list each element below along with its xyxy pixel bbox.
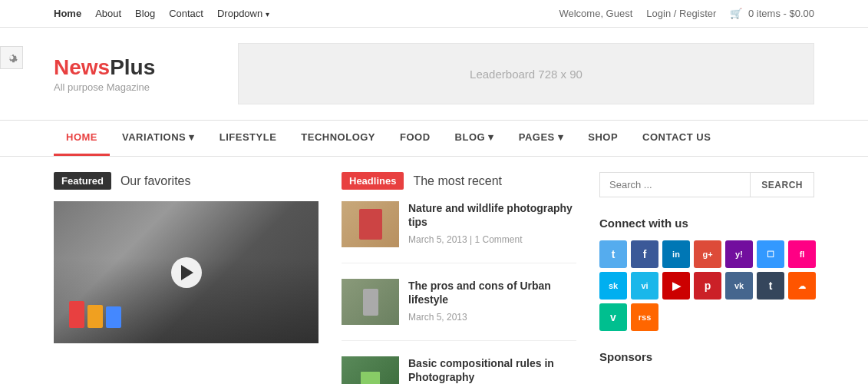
headline-thumb-3	[342, 356, 399, 384]
header: NewsPlus All purpose Magazine Leaderboar…	[0, 28, 868, 120]
twitter-icon[interactable]: t	[599, 240, 627, 268]
topnav-blog[interactable]: Blog	[135, 8, 155, 19]
thumb-door	[361, 372, 380, 384]
thumb-figure	[359, 209, 382, 240]
headline-item-2: The pros and cons of Urban lifestyle Mar…	[342, 279, 576, 341]
tumblr-icon[interactable]: t	[757, 272, 784, 300]
skype-icon[interactable]: sk	[599, 272, 627, 300]
headline-thumb-1	[342, 201, 399, 247]
featured-section: Featured Our favorites	[54, 172, 318, 384]
welcome-text: Welcome, Guest	[559, 8, 632, 19]
mainnav-variations[interactable]: VARIATIONS ▾	[110, 121, 207, 156]
cart-info: 🛒 0 items - $0.00	[730, 8, 814, 19]
sponsors-title: Sponsors	[599, 350, 814, 363]
headline-content-3: Basic compositional rules in Photography…	[408, 356, 576, 384]
headlines-badge: Headlines	[342, 172, 404, 190]
social-icons-grid: t f in g+ y! ☐ fl sk vi ▶ p vk t ☁ v rss	[599, 240, 814, 331]
headlines-section: Headlines The most recent Nature and wil…	[342, 172, 576, 384]
flickr-icon[interactable]: fl	[788, 240, 816, 268]
main-nav: HOME VARIATIONS ▾ LIFESTYLE TECHNOLOGY F…	[0, 120, 868, 157]
top-right-bar: Welcome, Guest Login / Register 🛒 0 item…	[559, 8, 814, 19]
googleplus-icon[interactable]: g+	[694, 240, 721, 268]
bag-blue	[106, 306, 121, 328]
headline-link-1[interactable]: Nature and wildlife photography tips	[408, 202, 573, 228]
headlines-title: The most recent	[413, 174, 502, 188]
topnav-about[interactable]: About	[95, 8, 121, 19]
bag-orange	[87, 305, 103, 328]
headline-content-1: Nature and wildlife photography tips Mar…	[408, 201, 576, 247]
vine-icon[interactable]: v	[599, 303, 627, 331]
delicious-icon[interactable]: ☐	[757, 240, 784, 268]
featured-badge: Featured	[54, 172, 111, 190]
top-nav: Home About Blog Contact Dropdown ▾	[54, 8, 269, 19]
mainnav-pages[interactable]: PAGES ▾	[507, 121, 576, 156]
top-bar: Home About Blog Contact Dropdown ▾ Welco…	[0, 0, 868, 28]
facebook-icon[interactable]: f	[631, 240, 658, 268]
variations-dropdown-icon: ▾	[189, 131, 195, 143]
headline-meta-2: March 5, 2013	[408, 312, 467, 323]
settings-button[interactable]	[0, 46, 23, 69]
yahoo-icon[interactable]: y!	[725, 240, 753, 268]
mainnav-home[interactable]: HOME	[54, 121, 110, 156]
mainnav-lifestyle[interactable]: LIFESTYLE	[207, 121, 289, 156]
logo-tagline: All purpose Magazine	[54, 81, 207, 93]
featured-header: Featured Our favorites	[54, 172, 318, 190]
rss-icon[interactable]: rss	[631, 303, 658, 331]
bag-red	[69, 301, 84, 328]
login-register-link[interactable]: Login / Register	[646, 8, 716, 19]
headline-title-1: Nature and wildlife photography tips	[408, 201, 576, 229]
logo-plus: Plus	[110, 55, 155, 79]
headline-title-3: Basic compositional rules in Photography	[408, 356, 576, 384]
pages-dropdown-icon: ▾	[558, 131, 564, 143]
topnav-dropdown[interactable]: Dropdown ▾	[217, 8, 269, 19]
headline-meta-1: March 5, 2013 | 1 Comment	[408, 234, 523, 245]
logo-text: NewsPlus	[54, 55, 207, 80]
headlines-header: Headlines The most recent	[342, 172, 576, 190]
featured-title: Our favorites	[120, 174, 191, 188]
headline-item-3: Basic compositional rules in Photography…	[342, 356, 576, 384]
logo: NewsPlus All purpose Magazine	[54, 55, 207, 93]
headline-link-2[interactable]: The pros and cons of Urban lifestyle	[408, 280, 551, 306]
thumb-figure-2	[363, 289, 378, 316]
cart-icon: 🛒	[730, 8, 742, 19]
play-button[interactable]	[171, 257, 202, 288]
mainnav-food[interactable]: FOOD	[388, 121, 443, 156]
search-button[interactable]: SEARCH	[751, 172, 814, 197]
search-box: SEARCH	[599, 172, 814, 197]
content-area: Featured Our favorites Headlines	[0, 157, 868, 384]
headline-content-2: The pros and cons of Urban lifestyle Mar…	[408, 279, 576, 325]
youtube-icon[interactable]: ▶	[662, 272, 690, 300]
mainnav-technology[interactable]: TECHNOLOGY	[289, 121, 388, 156]
headline-thumb-2	[342, 279, 399, 325]
soundcloud-icon[interactable]: ☁	[788, 272, 816, 300]
mainnav-shop[interactable]: SHOP	[576, 121, 630, 156]
headline-link-3[interactable]: Basic compositional rules in Photography	[408, 357, 554, 383]
topnav-contact[interactable]: Contact	[169, 8, 203, 19]
linkedin-icon[interactable]: in	[662, 240, 690, 268]
connect-title: Connect with us	[599, 217, 814, 230]
leaderboard-banner: Leaderboard 728 x 90	[238, 43, 814, 104]
vk-icon[interactable]: vk	[725, 272, 753, 300]
pinterest-icon[interactable]: p	[694, 272, 721, 300]
topnav-home[interactable]: Home	[54, 8, 81, 19]
gear-icon	[5, 51, 18, 64]
mainnav-contact[interactable]: CONTACT US	[630, 121, 723, 156]
headline-title-2: The pros and cons of Urban lifestyle	[408, 279, 576, 306]
dropdown-arrow-icon: ▾	[266, 10, 269, 18]
featured-image[interactable]	[54, 201, 318, 343]
search-input[interactable]	[599, 172, 751, 197]
vimeo-icon[interactable]: vi	[631, 272, 658, 300]
headline-item-1: Nature and wildlife photography tips Mar…	[342, 201, 576, 263]
mainnav-blog[interactable]: BLOG ▾	[443, 121, 507, 156]
two-col-layout: Featured Our favorites Headlines	[54, 172, 576, 384]
logo-news: News	[54, 55, 110, 79]
sidebar: SEARCH Connect with us t f in g+ y! ☐ fl…	[599, 172, 814, 384]
play-icon	[181, 265, 193, 280]
blog-dropdown-icon: ▾	[488, 131, 494, 143]
